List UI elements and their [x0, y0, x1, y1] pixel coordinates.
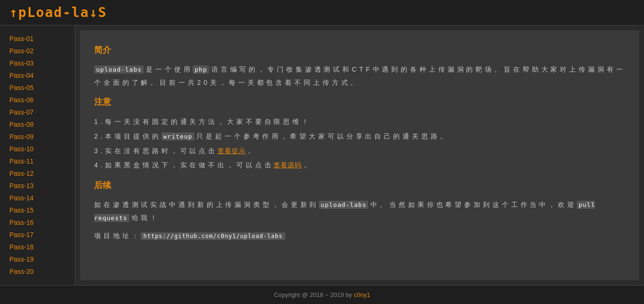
- sidebar: Pass-01 Pass-02 Pass-03 Pass-04 Pass-05 …: [0, 25, 75, 285]
- followup-paragraph: 如 在 渗 透 测 试 实 战 中 遇 到 新 的 上 传 漏 洞 类 型 ， …: [94, 198, 625, 224]
- project-url-label: 项 目 地 址 ：: [94, 232, 139, 239]
- intro-title: 简介: [94, 44, 625, 56]
- sidebar-item-pass09[interactable]: Pass-09: [0, 131, 75, 143]
- sidebar-item-pass17[interactable]: Pass-17: [0, 229, 75, 241]
- header: ↑pLoad-la↓S: [0, 0, 644, 25]
- notice-4-prefix: 4 . 如 果 黑 盒 情 况 下 ， 实 在 做 不 出 ， 可 以 点 击: [94, 161, 274, 169]
- view-hint-link[interactable]: 查看提示: [217, 147, 246, 155]
- notice-2-prefix: 2 . 本 项 目 提 供 的: [94, 132, 161, 140]
- footer-text: Copyright @ 2018 ~ 2019 by: [274, 291, 354, 298]
- notice-item-1: 1 . 每 一 关 没 有 固 定 的 通 关 方 法 ， 大 家 不 要 自 …: [94, 115, 625, 129]
- sidebar-item-pass15[interactable]: Pass-15: [0, 204, 75, 216]
- intro-paragraph: upload-labs 是 一 个 使 用 php 语 言 编 写 的 ， 专 …: [94, 63, 625, 89]
- sidebar-item-pass03[interactable]: Pass-03: [0, 57, 75, 69]
- writeup-code: writeup: [161, 132, 194, 140]
- notice-item-3: 3 . 实 在 没 有 思 路 时 ， 可 以 点 击 查看提示 。: [94, 144, 625, 158]
- notice-item-2: 2 . 本 项 目 提 供 的 writeup 只 是 起 一 个 参 考 作 …: [94, 129, 625, 144]
- sidebar-item-pass11[interactable]: Pass-11: [0, 155, 75, 167]
- notice-4-suffix: 。: [302, 161, 311, 169]
- notice-title: 注意: [94, 96, 625, 107]
- sidebar-item-pass13[interactable]: Pass-13: [0, 180, 75, 192]
- followup-text1: 如 在 渗 透 测 试 实 战 中 遇 到 新 的 上 传 漏 洞 类 型 ， …: [94, 201, 319, 208]
- intro-text1: 是 一 个 使 用: [144, 66, 193, 73]
- content-area: 简介 upload-labs 是 一 个 使 用 php 语 言 编 写 的 ，…: [80, 30, 639, 280]
- followup-text3: 给 我 ！: [129, 214, 158, 222]
- sidebar-item-pass06[interactable]: Pass-06: [0, 94, 75, 106]
- project-url-line: 项 目 地 址 ： https://github.com/c0ny1/uploa…: [94, 229, 625, 242]
- php-code: php: [193, 66, 209, 74]
- sidebar-item-pass18[interactable]: Pass-18: [0, 241, 75, 253]
- notice-3-suffix: 。: [246, 147, 255, 155]
- sidebar-item-pass07[interactable]: Pass-07: [0, 106, 75, 118]
- main-layout: Pass-01 Pass-02 Pass-03 Pass-04 Pass-05 …: [0, 25, 644, 285]
- notice-item-4: 4 . 如 果 黑 盒 情 况 下 ， 实 在 做 不 出 ， 可 以 点 击 …: [94, 158, 625, 173]
- sidebar-item-pass12[interactable]: Pass-12: [0, 167, 75, 180]
- sidebar-item-pass04[interactable]: Pass-04: [0, 69, 75, 82]
- followup-section: 如 在 渗 透 测 试 实 战 中 遇 到 新 的 上 传 漏 洞 类 型 ， …: [94, 198, 625, 242]
- sidebar-item-pass01[interactable]: Pass-01: [0, 33, 75, 45]
- logo: ↑pLoad-la↓S: [9, 5, 635, 20]
- upload-labs-inline-code: upload-labs: [319, 201, 368, 209]
- sidebar-item-pass02[interactable]: Pass-02: [0, 45, 75, 57]
- notice-2-suffix: 只 是 起 一 个 参 考 作 用 ， 希 望 大 家 可 以 分 享 出 自 …: [194, 132, 447, 140]
- sidebar-item-pass10[interactable]: Pass-10: [0, 143, 75, 155]
- sidebar-item-pass08[interactable]: Pass-08: [0, 118, 75, 131]
- project-url[interactable]: https://github.com/c0ny1/upload-labs: [141, 232, 285, 240]
- upload-labs-code: upload-labs: [94, 66, 144, 74]
- view-source-link[interactable]: 查看源码: [274, 161, 302, 169]
- footer: Copyright @ 2018 ~ 2019 by c0ny1: [0, 285, 644, 304]
- sidebar-item-pass05[interactable]: Pass-05: [0, 82, 75, 94]
- sidebar-item-pass16[interactable]: Pass-16: [0, 216, 75, 229]
- footer-author: c0ny1: [354, 291, 370, 298]
- notice-3-prefix: 3 . 实 在 没 有 思 路 时 ， 可 以 点 击: [94, 147, 217, 155]
- followup-title: 后续: [94, 180, 625, 191]
- sidebar-item-pass14[interactable]: Pass-14: [0, 192, 75, 204]
- sidebar-item-pass19[interactable]: Pass-19: [0, 253, 75, 265]
- sidebar-item-pass20[interactable]: Pass-20: [0, 265, 75, 278]
- followup-text2: 中 。 当 然 如 果 你 也 希 望 参 加 到 这 个 工 作 当 中 ， …: [368, 201, 576, 208]
- notice-section: 1 . 每 一 关 没 有 固 定 的 通 关 方 法 ， 大 家 不 要 自 …: [94, 115, 625, 173]
